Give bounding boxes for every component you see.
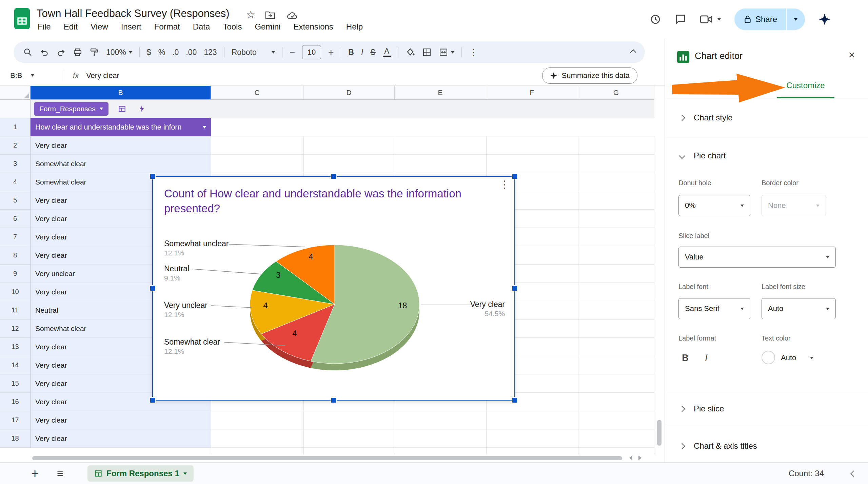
vertical-scrollbar[interactable] (657, 420, 662, 446)
menu-item[interactable]: Extensions (288, 20, 338, 33)
label-font-select[interactable]: Sans Serif (678, 298, 750, 319)
donut-hole-select[interactable]: 0% (678, 195, 750, 216)
label-bold-button[interactable]: B (676, 349, 694, 367)
section-chart-style[interactable]: Chart style (665, 106, 868, 130)
section-pie-slice[interactable]: Pie slice (665, 397, 868, 421)
menu-item[interactable]: Format (149, 20, 185, 33)
font-select[interactable]: Roboto (232, 48, 275, 57)
table-quick-actions-button[interactable] (136, 103, 148, 115)
paint-format-icon[interactable] (90, 47, 99, 57)
row-header[interactable]: 5 (0, 191, 31, 210)
table-header-cell[interactable]: How clear and understandable was the inf… (31, 118, 211, 136)
sheet-tab-active[interactable]: Form Responses 1 (87, 465, 194, 482)
menu-item[interactable]: Tools (218, 20, 247, 33)
menu-item[interactable]: Gemini (250, 20, 285, 33)
borders-icon[interactable] (422, 47, 432, 57)
document-title[interactable]: Town Hall Feedback Survey (Responses) (37, 7, 230, 20)
resize-handle-bottom-center[interactable] (331, 397, 337, 403)
undo-icon[interactable] (40, 47, 49, 57)
scroll-left-icon[interactable] (629, 456, 632, 460)
select-all-corner[interactable] (0, 86, 31, 100)
menu-item[interactable]: Help (341, 20, 368, 33)
menu-item[interactable]: Edit (59, 20, 83, 33)
row-header[interactable]: 4 (0, 173, 31, 191)
section-chart-axis-titles[interactable]: Chart & axis titles (665, 434, 868, 458)
empty-cells[interactable] (211, 118, 654, 136)
resize-handle-top-right[interactable] (512, 173, 518, 179)
menu-item[interactable]: File (33, 20, 56, 33)
table-view-button[interactable] (116, 103, 128, 115)
row-header[interactable]: 6 (0, 210, 31, 228)
row-header[interactable]: 8 (0, 246, 31, 265)
row-header[interactable]: 16 (0, 393, 31, 411)
resize-handle-middle-right[interactable] (512, 285, 518, 291)
collapse-panel-button[interactable] (851, 463, 856, 484)
merge-cells-button[interactable] (439, 47, 454, 57)
empty-cells[interactable] (211, 155, 654, 173)
slice-label-select[interactable]: Value (678, 247, 836, 268)
share-dropdown[interactable] (786, 8, 805, 30)
decrease-font-size-button[interactable]: − (290, 47, 295, 58)
cloud-saved-icon[interactable] (287, 12, 298, 20)
bold-button[interactable]: B (348, 48, 354, 57)
section-pie-chart[interactable]: Pie chart (665, 144, 868, 168)
summarize-data-button[interactable]: Summarize this data (542, 67, 637, 84)
strikethrough-button[interactable]: S (370, 48, 375, 57)
resize-handle-top-center[interactable] (331, 173, 337, 179)
more-formats-button[interactable]: 123 (204, 48, 217, 57)
menu-item[interactable]: Insert (116, 20, 146, 33)
embedded-pie-chart[interactable]: Count of How clear and understandable wa… (152, 176, 515, 401)
zoom-select[interactable]: 100% (106, 48, 132, 57)
column-header-g[interactable]: G (578, 86, 654, 100)
increase-decimal-button[interactable]: .00 (186, 48, 197, 57)
cell[interactable]: Very clear (31, 411, 211, 429)
row-header[interactable]: 3 (0, 155, 31, 173)
row-header[interactable]: 12 (0, 320, 31, 338)
column-header-c[interactable]: C (211, 86, 303, 100)
print-icon[interactable] (73, 47, 82, 57)
row-header[interactable]: 17 (0, 411, 31, 429)
cell[interactable]: Somewhat clear (31, 155, 211, 173)
resize-handle-bottom-right[interactable] (512, 397, 518, 403)
search-icon[interactable] (23, 47, 33, 57)
horizontal-scrollbar[interactable] (32, 456, 622, 460)
label-font-size-select[interactable]: Auto (762, 298, 836, 319)
redo-icon[interactable] (56, 47, 66, 57)
close-icon[interactable]: × (848, 49, 855, 60)
all-sheets-button[interactable]: ≡ (57, 463, 63, 484)
more-toolbar-button[interactable]: ⋮ (469, 47, 478, 58)
font-size-input[interactable]: 10 (302, 45, 321, 59)
chevron-down-icon[interactable] (810, 357, 813, 359)
empty-cells[interactable] (211, 411, 654, 429)
sheets-logo-icon[interactable] (14, 8, 30, 29)
label-italic-button[interactable]: I (697, 349, 715, 367)
column-header-e[interactable]: E (395, 86, 486, 100)
column-header-f[interactable]: F (486, 86, 578, 100)
resize-handle-middle-left[interactable] (150, 285, 156, 291)
row-header[interactable]: 13 (0, 338, 31, 356)
format-percent-button[interactable]: % (158, 48, 165, 57)
column-header-b[interactable]: B (31, 86, 211, 100)
row-header[interactable]: 18 (0, 429, 31, 448)
row-header[interactable]: 15 (0, 374, 31, 393)
scroll-arrows[interactable] (629, 456, 642, 460)
comments-icon[interactable] (675, 14, 686, 25)
row-header[interactable]: 9 (0, 265, 31, 283)
fill-color-icon[interactable] (406, 47, 415, 57)
meet-video-button[interactable] (700, 14, 721, 24)
row-header[interactable]: 14 (0, 356, 31, 374)
row-header[interactable]: 1 (0, 118, 31, 136)
row-header[interactable]: 10 (0, 283, 31, 301)
star-icon[interactable]: ☆ (246, 9, 255, 20)
text-color-button[interactable]: A (383, 47, 391, 57)
border-color-select[interactable]: None (762, 195, 826, 216)
increase-font-size-button[interactable]: + (328, 47, 334, 58)
column-header-d[interactable]: D (303, 86, 395, 100)
decrease-decimal-button[interactable]: .0 (172, 48, 179, 57)
resize-handle-bottom-left[interactable] (150, 397, 156, 403)
italic-button[interactable]: I (361, 48, 363, 57)
cell[interactable]: Very clear (31, 136, 211, 155)
name-box[interactable]: B:B (0, 71, 61, 80)
formula-input[interactable]: Very clear (86, 71, 119, 80)
cell[interactable]: Very clear (31, 429, 211, 448)
